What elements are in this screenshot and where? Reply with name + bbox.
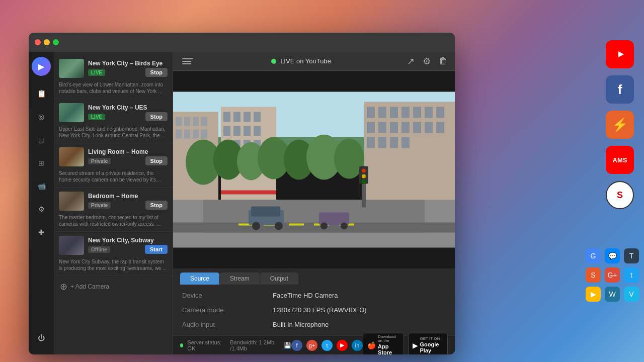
sidebar-item-add[interactable]: ✚ — [32, 223, 51, 242]
desktop-icons-row3: ▶ W V — [586, 287, 639, 302]
desktop-tw-icon[interactable]: t — [624, 267, 639, 283]
sidebar-item-settings[interactable]: ⚙ — [32, 200, 51, 219]
svg-rect-30 — [413, 107, 421, 118]
tab-stream[interactable]: Stream — [220, 273, 260, 285]
live-dot — [271, 59, 276, 64]
ams-label: AMS — [613, 156, 627, 164]
svg-rect-29 — [401, 107, 410, 118]
tab-output[interactable]: Output — [260, 273, 298, 285]
server-status-dot — [180, 343, 183, 347]
footer-right: 🍎 Download on the App Store ▶ GET IT ON … — [363, 333, 448, 354]
dashboard-icon: ⊞ — [38, 159, 44, 167]
sidebar: ▶ 📋 ◎ ▤ ⊞ 📹 ⚙ ✚ — [29, 52, 54, 354]
footer-facebook-icon[interactable]: f — [291, 340, 302, 351]
google-play-badge[interactable]: ▶ GET IT ON Google Play — [408, 333, 448, 354]
svg-rect-15 — [254, 112, 261, 122]
desktop-icons: f ⚡ AMS S — [606, 40, 634, 209]
svg-rect-25 — [364, 102, 455, 213]
camera-item[interactable]: New York City – Birds EyeLIVEStopBird's-… — [54, 55, 173, 99]
app-store-badge[interactable]: 🍎 Download on the App Store — [363, 333, 404, 354]
sidebar-item-power[interactable]: ⏻ — [32, 330, 51, 349]
minimize-button[interactable] — [44, 39, 50, 45]
desktop-y2-icon[interactable]: ▶ — [586, 287, 601, 302]
camera-item-header: Bedroom – HomePrivateStop — [59, 192, 168, 211]
app-store-text: Download on the App Store — [378, 335, 399, 354]
stop-button[interactable]: Stop — [145, 156, 168, 165]
thunder-symbol: ⚡ — [612, 117, 628, 133]
status-badge: LIVE — [88, 114, 105, 120]
sidebar-item-book[interactable]: 📋 — [32, 84, 51, 103]
google-play-icon: ▶ — [413, 341, 418, 349]
stop-button[interactable]: Stop — [145, 201, 168, 210]
svg-rect-37 — [413, 122, 421, 133]
desktop-ams-icon[interactable]: AMS — [606, 146, 634, 174]
delete-button[interactable]: 🗑 — [439, 56, 448, 66]
svg-rect-7 — [176, 130, 182, 139]
desktop-thunder-icon[interactable]: ⚡ — [606, 111, 634, 139]
stop-button[interactable]: Stop — [145, 68, 168, 77]
desktop-chat-icon[interactable]: 💬 — [605, 248, 620, 263]
desktop-youtube-icon[interactable] — [606, 40, 634, 68]
tab-source[interactable]: Source — [180, 273, 219, 285]
svg-rect-39 — [436, 122, 444, 133]
svg-point-61 — [252, 222, 260, 230]
camera-item[interactable]: Living Room – HomePrivateStopSecured str… — [54, 143, 173, 188]
svg-rect-13 — [233, 112, 240, 122]
svg-rect-38 — [425, 122, 433, 133]
sidebar-item-dashboard[interactable]: ⊞ — [32, 153, 51, 172]
desktop-facebook-icon[interactable]: f — [606, 75, 634, 104]
camera-item[interactable]: New York City, SubwayOfflineStartNew Yor… — [54, 232, 173, 276]
video-preview — [173, 71, 455, 268]
svg-point-64 — [320, 223, 328, 230]
camera-item[interactable]: New York City – UESLIVEStopUpper East Si… — [54, 99, 173, 143]
desktop-5-icon[interactable]: S — [606, 181, 634, 209]
app-logo[interactable]: ▶ — [32, 57, 51, 76]
desktop-gp-icon[interactable]: G+ — [605, 267, 620, 283]
desktop-s-icon[interactable]: S — [586, 267, 601, 283]
camera-status-row: OfflineStart — [88, 245, 168, 254]
svg-rect-40 — [367, 137, 375, 148]
svg-rect-36 — [401, 122, 410, 133]
footer-twitter-icon[interactable]: t — [321, 340, 333, 351]
status-badge: Offline — [88, 246, 110, 253]
svg-rect-18 — [244, 126, 251, 136]
app-store-sub: Download on the — [378, 335, 399, 344]
desktop-t-icon[interactable]: T — [624, 248, 639, 263]
main-panel: LIVE on YouTube ↗ ⚙ 🗑 — [173, 52, 455, 354]
sidebar-item-video[interactable]: 📹 — [32, 176, 51, 196]
camera-info: Living Room – HomePrivateStop — [88, 148, 168, 165]
desktop-vimeo-icon[interactable]: V — [624, 287, 639, 302]
main-topbar: LIVE on YouTube ↗ ⚙ 🗑 — [173, 52, 455, 71]
bottom-section: SourceStreamOutput Device FaceTime HD Ca… — [173, 268, 455, 335]
add-camera-button[interactable]: ⊕+ Add Camera — [54, 276, 173, 297]
close-button[interactable] — [35, 39, 41, 45]
settings-button[interactable]: ⚙ — [423, 56, 431, 67]
camera-thumb — [59, 103, 84, 122]
logo-icon: ▶ — [38, 62, 44, 71]
sidebar-item-list[interactable]: ▤ — [32, 130, 51, 149]
sidebar-item-location[interactable]: ◎ — [32, 107, 51, 126]
share-button[interactable]: ↗ — [407, 56, 415, 67]
camera-name: New York City – Birds Eye — [88, 60, 168, 67]
svg-point-68 — [362, 169, 366, 173]
bandwidth-text: Bandwidth: 1.2Mb /1.4Mb — [230, 339, 280, 351]
svg-rect-24 — [221, 191, 276, 195]
desktop-wp-icon[interactable]: W — [605, 287, 620, 302]
camera-description: Bird's-eye view of Lower Manhattan, zoom… — [59, 81, 168, 95]
power-icon: ⏻ — [38, 334, 45, 342]
footer-youtube-icon[interactable]: ▶ — [337, 340, 348, 351]
footer-left: Server status: OK Bandwidth: 1.2Mb /1.4M… — [180, 339, 291, 351]
stop-button[interactable]: Stop — [145, 112, 168, 121]
menu-button[interactable] — [180, 56, 195, 66]
svg-rect-33 — [367, 122, 375, 133]
footer-linkedin-icon[interactable]: in — [352, 340, 363, 351]
svg-rect-12 — [223, 112, 230, 122]
start-button[interactable]: Start — [145, 245, 168, 254]
desktop-g-icon[interactable]: G — [586, 248, 601, 263]
maximize-button[interactable] — [53, 39, 59, 45]
live-indicator: LIVE on YouTube — [271, 57, 331, 65]
camera-item[interactable]: Bedroom – HomePrivateStopThe master bedr… — [54, 188, 173, 232]
title-bar — [29, 33, 455, 52]
footer: Server status: OK Bandwidth: 1.2Mb /1.4M… — [173, 335, 455, 354]
footer-google-plus-icon[interactable]: g+ — [306, 340, 317, 351]
